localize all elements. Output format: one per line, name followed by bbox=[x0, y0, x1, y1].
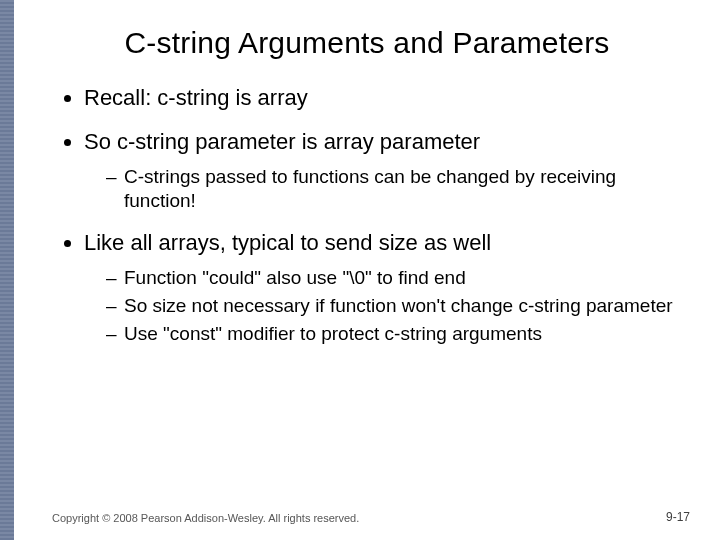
sub-bullet-item: C-strings passed to functions can be cha… bbox=[106, 165, 680, 213]
decorative-left-stripe bbox=[0, 0, 14, 540]
sub-bullet-list: Function "could" also use "\0" to find e… bbox=[84, 266, 680, 345]
bullet-list: Recall: c-string is array So c-string pa… bbox=[54, 84, 680, 345]
bullet-item: Like all arrays, typical to send size as… bbox=[84, 229, 680, 346]
bullet-item: Recall: c-string is array bbox=[84, 84, 680, 112]
slide-content: C-string Arguments and Parameters Recall… bbox=[14, 0, 720, 540]
sub-bullet-text: So size not necessary if function won't … bbox=[124, 295, 673, 316]
page-number: 9-17 bbox=[666, 510, 690, 524]
slide-title: C-string Arguments and Parameters bbox=[54, 26, 680, 60]
sub-bullet-item: Function "could" also use "\0" to find e… bbox=[106, 266, 680, 290]
bullet-text: Recall: c-string is array bbox=[84, 85, 308, 110]
bullet-text: So c-string parameter is array parameter bbox=[84, 129, 480, 154]
copyright-text: Copyright © 2008 Pearson Addison-Wesley.… bbox=[52, 512, 359, 524]
sub-bullet-text: C-strings passed to functions can be cha… bbox=[124, 166, 616, 211]
sub-bullet-list: C-strings passed to functions can be cha… bbox=[84, 165, 680, 213]
sub-bullet-item: So size not necessary if function won't … bbox=[106, 294, 680, 318]
sub-bullet-text: Function "could" also use "\0" to find e… bbox=[124, 267, 466, 288]
sub-bullet-item: Use "const" modifier to protect c-string… bbox=[106, 322, 680, 346]
bullet-text: Like all arrays, typical to send size as… bbox=[84, 230, 491, 255]
bullet-item: So c-string parameter is array parameter… bbox=[84, 128, 680, 213]
sub-bullet-text: Use "const" modifier to protect c-string… bbox=[124, 323, 542, 344]
